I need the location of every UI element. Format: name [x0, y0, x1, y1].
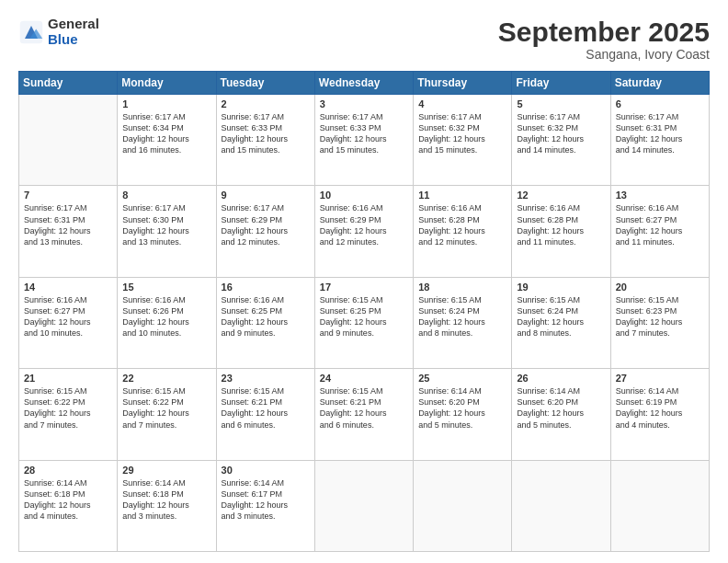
day-number: 28: [24, 465, 112, 476]
day-info: Sunrise: 6:17 AM Sunset: 6:31 PM Dayligh…: [616, 111, 704, 156]
table-row: 3Sunrise: 6:17 AM Sunset: 6:33 PM Daylig…: [314, 95, 413, 186]
table-row: 6Sunrise: 6:17 AM Sunset: 6:31 PM Daylig…: [610, 95, 709, 186]
logo-icon: [18, 19, 44, 45]
header-wednesday: Wednesday: [314, 72, 413, 95]
day-info: Sunrise: 6:17 AM Sunset: 6:33 PM Dayligh…: [320, 111, 408, 156]
table-row: 22Sunrise: 6:15 AM Sunset: 6:22 PM Dayli…: [118, 369, 216, 460]
day-number: 15: [122, 282, 210, 293]
calendar-week-row: 7Sunrise: 6:17 AM Sunset: 6:31 PM Daylig…: [19, 186, 710, 277]
day-number: 12: [517, 190, 605, 201]
logo: General Blue: [18, 17, 99, 47]
page: General Blue September 2025 Sangana, Ivo…: [0, 0, 728, 563]
day-number: 7: [24, 190, 112, 201]
logo-blue: Blue: [48, 32, 99, 48]
header: General Blue September 2025 Sangana, Ivo…: [18, 17, 710, 62]
day-number: 8: [122, 190, 210, 201]
day-info: Sunrise: 6:14 AM Sunset: 6:19 PM Dayligh…: [616, 385, 704, 431]
table-row: 27Sunrise: 6:14 AM Sunset: 6:19 PM Dayli…: [610, 369, 709, 460]
day-info: Sunrise: 6:17 AM Sunset: 6:30 PM Dayligh…: [122, 202, 210, 247]
logo-general: General: [48, 17, 99, 32]
table-row: 11Sunrise: 6:16 AM Sunset: 6:28 PM Dayli…: [414, 186, 512, 277]
day-info: Sunrise: 6:16 AM Sunset: 6:27 PM Dayligh…: [24, 294, 112, 339]
day-number: 4: [418, 98, 506, 109]
calendar-header-row: Sunday Monday Tuesday Wednesday Thursday…: [19, 72, 710, 95]
day-number: 16: [222, 282, 310, 293]
table-row: 10Sunrise: 6:16 AM Sunset: 6:29 PM Dayli…: [314, 186, 413, 277]
header-tuesday: Tuesday: [216, 72, 314, 95]
day-number: 25: [418, 373, 506, 384]
calendar-week-row: 1Sunrise: 6:17 AM Sunset: 6:34 PM Daylig…: [19, 95, 710, 186]
day-number: 21: [24, 373, 112, 384]
calendar-week-row: 21Sunrise: 6:15 AM Sunset: 6:22 PM Dayli…: [19, 369, 710, 460]
table-row: 14Sunrise: 6:16 AM Sunset: 6:27 PM Dayli…: [19, 277, 118, 368]
header-saturday: Saturday: [610, 72, 709, 95]
calendar-week-row: 14Sunrise: 6:16 AM Sunset: 6:27 PM Dayli…: [19, 277, 710, 368]
day-info: Sunrise: 6:17 AM Sunset: 6:31 PM Dayligh…: [24, 202, 112, 247]
day-number: 10: [320, 190, 408, 201]
header-sunday: Sunday: [19, 72, 118, 95]
table-row: 5Sunrise: 6:17 AM Sunset: 6:32 PM Daylig…: [512, 95, 610, 186]
table-row: 16Sunrise: 6:16 AM Sunset: 6:25 PM Dayli…: [216, 277, 314, 368]
day-number: 30: [222, 465, 310, 476]
day-info: Sunrise: 6:17 AM Sunset: 6:29 PM Dayligh…: [222, 202, 310, 247]
day-info: Sunrise: 6:17 AM Sunset: 6:34 PM Dayligh…: [122, 111, 210, 156]
day-number: 1: [122, 98, 210, 109]
table-row: 13Sunrise: 6:16 AM Sunset: 6:27 PM Dayli…: [610, 186, 709, 277]
day-number: 27: [616, 373, 704, 384]
title-month: September 2025: [498, 17, 710, 47]
table-row: 8Sunrise: 6:17 AM Sunset: 6:30 PM Daylig…: [118, 186, 216, 277]
logo-text: General Blue: [48, 17, 99, 47]
table-row: 19Sunrise: 6:15 AM Sunset: 6:24 PM Dayli…: [512, 277, 610, 368]
day-info: Sunrise: 6:17 AM Sunset: 6:32 PM Dayligh…: [517, 111, 605, 156]
day-number: 26: [517, 373, 605, 384]
table-row: 17Sunrise: 6:15 AM Sunset: 6:25 PM Dayli…: [314, 277, 413, 368]
day-number: 20: [616, 282, 704, 293]
day-info: Sunrise: 6:15 AM Sunset: 6:21 PM Dayligh…: [320, 385, 408, 431]
header-monday: Monday: [118, 72, 216, 95]
day-number: 14: [24, 282, 112, 293]
table-row: 23Sunrise: 6:15 AM Sunset: 6:21 PM Dayli…: [216, 369, 314, 460]
day-number: 17: [320, 282, 408, 293]
day-number: 24: [320, 373, 408, 384]
title-block: September 2025 Sangana, Ivory Coast: [498, 17, 710, 62]
day-number: 9: [222, 190, 310, 201]
day-info: Sunrise: 6:15 AM Sunset: 6:24 PM Dayligh…: [517, 294, 605, 339]
day-number: 6: [616, 98, 704, 109]
day-number: 19: [517, 282, 605, 293]
day-info: Sunrise: 6:16 AM Sunset: 6:28 PM Dayligh…: [517, 202, 605, 247]
day-info: Sunrise: 6:17 AM Sunset: 6:33 PM Dayligh…: [222, 111, 310, 156]
day-number: 23: [222, 373, 310, 384]
day-info: Sunrise: 6:16 AM Sunset: 6:25 PM Dayligh…: [222, 294, 310, 339]
table-row: 12Sunrise: 6:16 AM Sunset: 6:28 PM Dayli…: [512, 186, 610, 277]
table-row: 2Sunrise: 6:17 AM Sunset: 6:33 PM Daylig…: [216, 95, 314, 186]
day-number: 22: [122, 373, 210, 384]
table-row: 28Sunrise: 6:14 AM Sunset: 6:18 PM Dayli…: [19, 460, 118, 551]
table-row: 24Sunrise: 6:15 AM Sunset: 6:21 PM Dayli…: [314, 369, 413, 460]
table-row: 4Sunrise: 6:17 AM Sunset: 6:32 PM Daylig…: [414, 95, 512, 186]
day-info: Sunrise: 6:16 AM Sunset: 6:29 PM Dayligh…: [320, 202, 408, 247]
day-number: 2: [222, 98, 310, 109]
day-number: 29: [122, 465, 210, 476]
day-number: 11: [418, 190, 506, 201]
table-row: 25Sunrise: 6:14 AM Sunset: 6:20 PM Dayli…: [414, 369, 512, 460]
day-info: Sunrise: 6:15 AM Sunset: 6:25 PM Dayligh…: [320, 294, 408, 339]
table-row: 30Sunrise: 6:14 AM Sunset: 6:17 PM Dayli…: [216, 460, 314, 551]
table-row: 18Sunrise: 6:15 AM Sunset: 6:24 PM Dayli…: [414, 277, 512, 368]
header-friday: Friday: [512, 72, 610, 95]
day-number: 18: [418, 282, 506, 293]
title-location: Sangana, Ivory Coast: [498, 47, 710, 62]
day-info: Sunrise: 6:15 AM Sunset: 6:24 PM Dayligh…: [418, 294, 506, 339]
table-row: [610, 460, 709, 551]
day-info: Sunrise: 6:16 AM Sunset: 6:28 PM Dayligh…: [418, 202, 506, 247]
day-info: Sunrise: 6:15 AM Sunset: 6:22 PM Dayligh…: [122, 385, 210, 431]
table-row: [19, 95, 118, 186]
day-info: Sunrise: 6:14 AM Sunset: 6:17 PM Dayligh…: [222, 477, 310, 523]
table-row: 1Sunrise: 6:17 AM Sunset: 6:34 PM Daylig…: [118, 95, 216, 186]
day-info: Sunrise: 6:15 AM Sunset: 6:22 PM Dayligh…: [24, 385, 112, 431]
day-info: Sunrise: 6:16 AM Sunset: 6:26 PM Dayligh…: [122, 294, 210, 339]
day-info: Sunrise: 6:16 AM Sunset: 6:27 PM Dayligh…: [616, 202, 704, 247]
day-info: Sunrise: 6:14 AM Sunset: 6:20 PM Dayligh…: [418, 385, 506, 431]
day-info: Sunrise: 6:14 AM Sunset: 6:18 PM Dayligh…: [24, 477, 112, 523]
day-number: 13: [616, 190, 704, 201]
table-row: [314, 460, 413, 551]
